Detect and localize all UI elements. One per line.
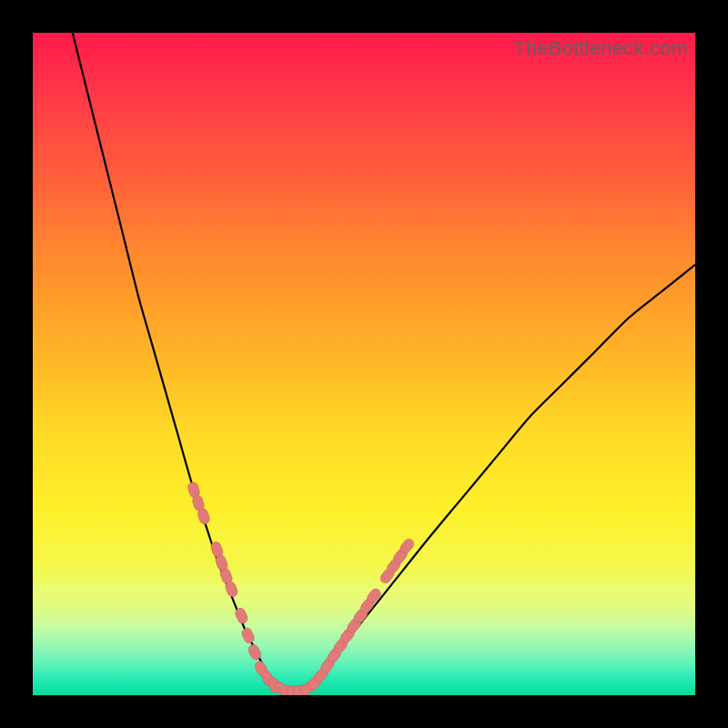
chart-svg [33, 33, 695, 695]
curve-markers [187, 481, 416, 695]
curve-marker [240, 627, 256, 645]
chart-outer-frame: TheBottleneck.com [0, 0, 728, 728]
chart-plot-area: TheBottleneck.com [33, 33, 695, 695]
bottleneck-curve [73, 33, 695, 693]
